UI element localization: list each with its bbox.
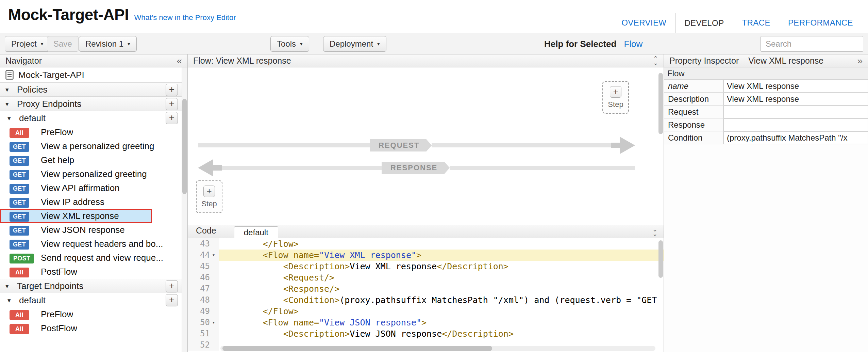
- code-vscrollbar-thumb[interactable]: [658, 240, 663, 278]
- add-step-button-response[interactable]: + Step: [602, 81, 629, 114]
- disclosure-triangle-icon[interactable]: ▾: [5, 86, 13, 94]
- code-line[interactable]: 47 <Response/>: [188, 283, 664, 294]
- add-proxy-endpoint-button[interactable]: +: [166, 98, 178, 110]
- flow-item[interactable]: AllPreFlow: [0, 125, 187, 139]
- whats-new-link[interactable]: What's new in the Proxy Editor: [134, 13, 236, 22]
- fold-arrow-icon[interactable]: ▾: [210, 250, 217, 261]
- target-endpoints-section-header[interactable]: ▾ Target Endpoints +: [0, 279, 187, 293]
- flow-item[interactable]: AllPreFlow: [0, 307, 187, 321]
- proxy-default-group[interactable]: ▾ default +: [0, 111, 187, 125]
- flow-panel-title: Flow: View XML response: [193, 56, 291, 66]
- navigator-scrollbar-thumb[interactable]: [182, 99, 187, 194]
- flow-item[interactable]: AllPostFlow: [0, 321, 187, 335]
- collapse-panel-icon[interactable]: «: [177, 56, 182, 66]
- flow-item[interactable]: GETView JSON response: [0, 223, 187, 237]
- deployment-dropdown-button[interactable]: Deployment ▾: [323, 36, 386, 52]
- code-line-text[interactable]: </Flow>: [219, 306, 664, 317]
- save-button[interactable]: Save: [47, 36, 79, 52]
- code-line[interactable]: 51 <Description>View JSON response</Desc…: [188, 328, 664, 339]
- line-number-gutter: 52: [188, 339, 219, 351]
- method-badge-get: GET: [10, 142, 29, 152]
- flow-item[interactable]: GETView XML response: [0, 209, 152, 223]
- property-value-field[interactable]: [723, 118, 868, 131]
- code-line-text[interactable]: <Condition>(proxy.pathsuffix MatchesPath…: [219, 294, 664, 306]
- code-line-text[interactable]: <Response/>: [219, 283, 664, 294]
- flow-item[interactable]: GETGet help: [0, 153, 187, 167]
- property-value-field[interactable]: View XML response: [723, 80, 868, 92]
- code-line[interactable]: 46 <Request/>: [188, 272, 664, 283]
- add-step-label: Step: [201, 199, 217, 208]
- flow-item[interactable]: AllPostFlow: [0, 265, 187, 279]
- main-content: Navigator « Mock-Target-API ▾ Policies +…: [0, 54, 868, 352]
- flow-item-label: View personalized greeting: [41, 169, 147, 179]
- code-line-text[interactable]: <Flow name="View JSON response">: [219, 317, 664, 328]
- tab-performance[interactable]: PERFORMANCE: [779, 13, 862, 33]
- code-line-text[interactable]: <Request/>: [219, 272, 664, 283]
- proxy-endpoints-section-label: Proxy Endpoints: [17, 99, 81, 109]
- search-input[interactable]: [761, 36, 863, 52]
- line-number-gutter: 46: [188, 272, 219, 283]
- project-dropdown-button[interactable]: Project ▾: [5, 36, 50, 52]
- target-endpoints-section-label: Target Endpoints: [17, 281, 83, 291]
- title-area: Mock-Target-API What's new in the Proxy …: [8, 5, 236, 24]
- tab-develop[interactable]: DEVELOP: [675, 13, 733, 33]
- code-token: >: [421, 318, 427, 327]
- disclosure-triangle-icon[interactable]: ▾: [7, 297, 15, 304]
- code-line[interactable]: 43 </Flow>: [188, 238, 664, 250]
- method-badge-get: GET: [10, 170, 29, 180]
- code-lines: 43 </Flow>44▾ <Flow name="View XML respo…: [188, 238, 664, 351]
- code-line[interactable]: 49 </Flow>: [188, 306, 664, 317]
- disclosure-triangle-icon[interactable]: ▾: [5, 100, 13, 108]
- flow-item[interactable]: POSTSend request and view reque...: [0, 251, 187, 265]
- property-value-field[interactable]: View XML response: [723, 93, 868, 105]
- code-line[interactable]: 44▾ <Flow name="View XML response">: [188, 250, 664, 261]
- property-value-field[interactable]: (proxy.pathsuffix MatchesPath "/x: [723, 131, 868, 144]
- flow-item[interactable]: GETView IP address: [0, 195, 187, 209]
- proxy-endpoints-section-header[interactable]: ▾ Proxy Endpoints +: [0, 97, 187, 111]
- flow-item[interactable]: GETView a personalized greeting: [0, 139, 187, 153]
- flow-item[interactable]: GETView personalized greeting: [0, 167, 187, 181]
- code-line[interactable]: 50▾ <Flow name="View JSON response">: [188, 317, 664, 328]
- tab-trace[interactable]: TRACE: [733, 13, 779, 33]
- policies-section-header[interactable]: ▾ Policies +: [0, 82, 187, 97]
- disclosure-triangle-icon[interactable]: ▾: [7, 114, 15, 122]
- target-default-group[interactable]: ▾ default +: [0, 293, 187, 307]
- code-line-text[interactable]: <Flow name="View XML response">: [219, 250, 664, 261]
- add-target-flow-button[interactable]: +: [166, 294, 178, 306]
- line-number-gutter: 51: [188, 328, 219, 339]
- flow-scrollbar-thumb[interactable]: [658, 73, 663, 134]
- api-proxy-root[interactable]: Mock-Target-API: [0, 67, 187, 82]
- proxy-flow-list: AllPreFlowGETView a personalized greetin…: [0, 125, 187, 279]
- property-value-field[interactable]: [723, 106, 868, 118]
- flow-item[interactable]: GETView request headers and bo...: [0, 237, 187, 251]
- code-hscrollbar-thumb[interactable]: [222, 346, 492, 351]
- code-token: [222, 295, 283, 305]
- code-editor[interactable]: 43 </Flow>44▾ <Flow name="View XML respo…: [188, 238, 664, 352]
- add-proxy-flow-button[interactable]: +: [166, 112, 178, 124]
- code-tab-default[interactable]: default: [234, 226, 278, 238]
- method-badge-wrap: POST: [10, 252, 41, 263]
- fold-arrow-icon[interactable]: ▾: [210, 317, 217, 328]
- method-badge-get: GET: [10, 198, 29, 208]
- help-flow-link[interactable]: Flow: [624, 39, 642, 49]
- add-target-endpoint-button[interactable]: +: [166, 280, 178, 292]
- add-step-button-request[interactable]: + Step: [196, 180, 222, 213]
- disclosure-triangle-icon[interactable]: ▾: [5, 282, 13, 290]
- code-line[interactable]: 48 <Condition>(proxy.pathsuffix MatchesP…: [188, 294, 664, 306]
- collapse-flow-panel-icon[interactable]: ⌃ ⌄: [653, 57, 658, 65]
- tab-overview[interactable]: OVERVIEW: [613, 13, 675, 33]
- code-line-text[interactable]: </Flow>: [219, 238, 664, 250]
- tools-dropdown-button[interactable]: Tools ▾: [270, 36, 309, 52]
- request-flow-lane: REQUEST: [198, 137, 635, 154]
- add-policy-button[interactable]: +: [166, 84, 178, 96]
- code-line[interactable]: 45 <Description>View XML response</Descr…: [188, 261, 664, 272]
- expand-panel-icon[interactable]: »: [857, 56, 863, 66]
- navigator-scrollbar-track[interactable]: [182, 67, 187, 352]
- flow-item[interactable]: GETView API affirmation: [0, 181, 187, 195]
- revision-dropdown-button[interactable]: Revision 1 ▾: [79, 36, 137, 52]
- code-line-text[interactable]: <Description>View XML response</Descript…: [219, 261, 664, 272]
- code-line-text[interactable]: <Description>View JSON response</Descrip…: [219, 328, 664, 339]
- code-hscrollbar-track[interactable]: [220, 346, 655, 351]
- collapse-code-panel-icon[interactable]: ⌄ ⌄: [652, 227, 657, 236]
- method-badge-wrap: GET: [10, 155, 41, 166]
